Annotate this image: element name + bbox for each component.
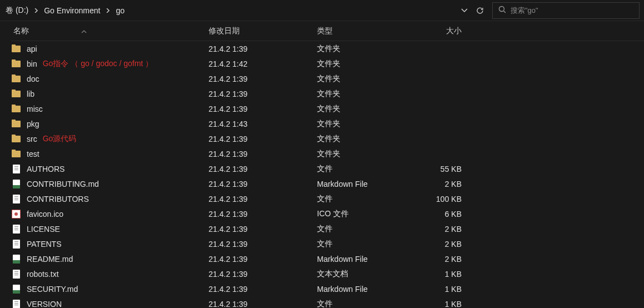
column-header-name[interactable]: 名称 bbox=[11, 26, 209, 36]
file-name-cell: test bbox=[11, 149, 209, 159]
folder-icon bbox=[11, 149, 21, 159]
folder-icon bbox=[11, 134, 21, 144]
file-name-label: robots.txt bbox=[27, 270, 59, 279]
file-date-cell: 21.4.2 1:39 bbox=[209, 255, 317, 264]
file-name-cell: pkg bbox=[11, 119, 209, 129]
column-header-date[interactable]: 修改日期 bbox=[209, 26, 317, 36]
file-type-cell: 文件夹 bbox=[317, 59, 412, 69]
file-type-cell: 文件夹 bbox=[317, 119, 412, 129]
file-list: api21.4.2 1:39文件夹binGo指令 （ go / godoc / … bbox=[11, 41, 644, 308]
file-size-cell: 2 KB bbox=[412, 240, 467, 249]
file-name-label: doc bbox=[27, 74, 39, 83]
file-date-cell: 21.4.2 1:39 bbox=[209, 180, 317, 188]
file-row[interactable]: pkg21.4.2 1:43文件夹 bbox=[11, 116, 644, 131]
doc-icon bbox=[11, 194, 21, 204]
file-row[interactable]: lib21.4.2 1:39文件夹 bbox=[11, 86, 644, 101]
file-name-label: src bbox=[27, 135, 37, 143]
file-type-cell: 文件夹 bbox=[317, 134, 412, 144]
folder-icon bbox=[11, 89, 21, 99]
file-name-cell: CONTRIBUTORS bbox=[11, 194, 209, 204]
file-row[interactable]: favicon.ico21.4.2 1:39ICO 文件6 KB bbox=[11, 206, 644, 221]
breadcrumb-item[interactable]: go bbox=[113, 4, 127, 17]
file-type-cell: 文件 bbox=[317, 224, 412, 234]
file-row[interactable]: CONTRIBUTING.md21.4.2 1:39Markdown File2… bbox=[11, 176, 644, 191]
refresh-button[interactable] bbox=[472, 3, 488, 18]
file-type-cell: Markdown File bbox=[317, 285, 412, 294]
file-row[interactable]: test21.4.2 1:39文件夹 bbox=[11, 146, 644, 161]
file-size-cell: 2 KB bbox=[412, 180, 467, 188]
file-name-cell: CONTRIBUTING.md bbox=[11, 179, 209, 189]
breadcrumb-item[interactable]: 卷 (D:) bbox=[3, 3, 31, 18]
file-name-cell: SECURITY.md bbox=[11, 284, 209, 294]
file-row[interactable]: LICENSE21.4.2 1:39文件2 KB bbox=[11, 221, 644, 236]
file-name-cell: binGo指令 （ go / godoc / gofmt ） bbox=[11, 59, 209, 69]
file-size-cell: 100 KB bbox=[412, 195, 467, 203]
file-row[interactable]: PATENTS21.4.2 1:39文件2 KB bbox=[11, 236, 644, 251]
file-row[interactable]: api21.4.2 1:39文件夹 bbox=[11, 41, 644, 56]
file-type-cell: Markdown File bbox=[317, 255, 412, 264]
svg-line-1 bbox=[504, 11, 506, 13]
history-dropdown-button[interactable] bbox=[457, 3, 472, 18]
file-size-cell: 1 KB bbox=[412, 300, 467, 309]
file-date-cell: 21.4.2 1:39 bbox=[209, 150, 317, 158]
doc-icon bbox=[11, 239, 21, 249]
file-type-cell: 文件夹 bbox=[317, 104, 412, 114]
file-date-cell: 21.4.2 1:39 bbox=[209, 225, 317, 234]
file-size-cell: 6 KB bbox=[412, 210, 467, 218]
file-date-cell: 21.4.2 1:39 bbox=[209, 240, 317, 249]
file-row[interactable]: doc21.4.2 1:39文件夹 bbox=[11, 71, 644, 86]
file-type-cell: 文件夹 bbox=[317, 74, 412, 84]
file-name-label: pkg bbox=[27, 120, 39, 128]
file-type-cell: 文件 bbox=[317, 239, 412, 249]
file-row[interactable]: CONTRIBUTORS21.4.2 1:39文件100 KB bbox=[11, 191, 644, 206]
file-name-cell: LICENSE bbox=[11, 224, 209, 234]
file-type-cell: 文本文档 bbox=[317, 269, 412, 279]
search-input[interactable] bbox=[511, 6, 633, 14]
file-date-cell: 21.4.2 1:39 bbox=[209, 165, 317, 173]
file-row[interactable]: binGo指令 （ go / godoc / gofmt ）21.4.2 1:4… bbox=[11, 56, 644, 71]
file-size-cell: 55 KB bbox=[412, 165, 467, 173]
column-header-size[interactable]: 大小 bbox=[412, 26, 467, 36]
file-row[interactable]: VERSION21.4.2 1:39文件1 KB bbox=[11, 296, 644, 308]
file-name-cell: api bbox=[11, 44, 209, 54]
md-icon bbox=[11, 254, 21, 264]
file-row[interactable]: robots.txt21.4.2 1:39文本文档1 KB bbox=[11, 266, 644, 281]
doc-icon bbox=[11, 224, 21, 234]
file-type-cell: 文件 bbox=[317, 194, 412, 204]
file-name-label: lib bbox=[27, 90, 34, 98]
md-icon bbox=[11, 179, 21, 189]
chevron-right-icon bbox=[102, 7, 113, 14]
file-row[interactable]: README.md21.4.2 1:39Markdown File2 KB bbox=[11, 251, 644, 266]
breadcrumb-item[interactable]: Go Environment bbox=[42, 4, 102, 17]
file-date-cell: 21.4.2 1:39 bbox=[209, 135, 317, 143]
search-box[interactable] bbox=[492, 2, 640, 19]
doc-icon bbox=[11, 299, 21, 309]
file-row[interactable]: srcGo源代码21.4.2 1:39文件夹 bbox=[11, 131, 644, 146]
file-name-cell: misc bbox=[11, 104, 209, 114]
file-row[interactable]: SECURITY.md21.4.2 1:39Markdown File1 KB bbox=[11, 281, 644, 296]
file-type-cell: 文件夹 bbox=[317, 149, 412, 159]
file-name-label: VERSION bbox=[27, 300, 62, 309]
folder-icon bbox=[11, 104, 21, 114]
file-type-cell: ICO 文件 bbox=[317, 209, 412, 219]
file-date-cell: 21.4.2 1:39 bbox=[209, 270, 317, 279]
file-name-label: PATENTS bbox=[27, 240, 62, 249]
file-row[interactable]: misc21.4.2 1:39文件夹 bbox=[11, 101, 644, 116]
file-annotation: Go指令 （ go / godoc / gofmt ） bbox=[43, 59, 153, 69]
md-icon bbox=[11, 284, 21, 294]
breadcrumb: 卷 (D:) Go Environment go bbox=[0, 3, 457, 18]
column-header-name-label: 名称 bbox=[13, 26, 29, 35]
file-view: 名称 修改日期 类型 大小 api21.4.2 1:39文件夹binGo指令 （… bbox=[0, 21, 644, 308]
file-name-label: CONTRIBUTING.md bbox=[27, 180, 99, 188]
doc-icon bbox=[11, 164, 21, 174]
folder-icon bbox=[11, 59, 21, 69]
file-name-label: favicon.ico bbox=[27, 210, 63, 218]
file-name-label: api bbox=[27, 44, 37, 53]
file-row[interactable]: AUTHORS21.4.2 1:39文件55 KB bbox=[11, 161, 644, 176]
file-name-label: test bbox=[27, 150, 39, 158]
file-annotation: Go源代码 bbox=[43, 134, 77, 144]
file-date-cell: 21.4.2 1:43 bbox=[209, 120, 317, 128]
column-header-type[interactable]: 类型 bbox=[317, 26, 412, 36]
file-name-label: bin bbox=[27, 59, 37, 68]
file-name-cell: README.md bbox=[11, 254, 209, 264]
